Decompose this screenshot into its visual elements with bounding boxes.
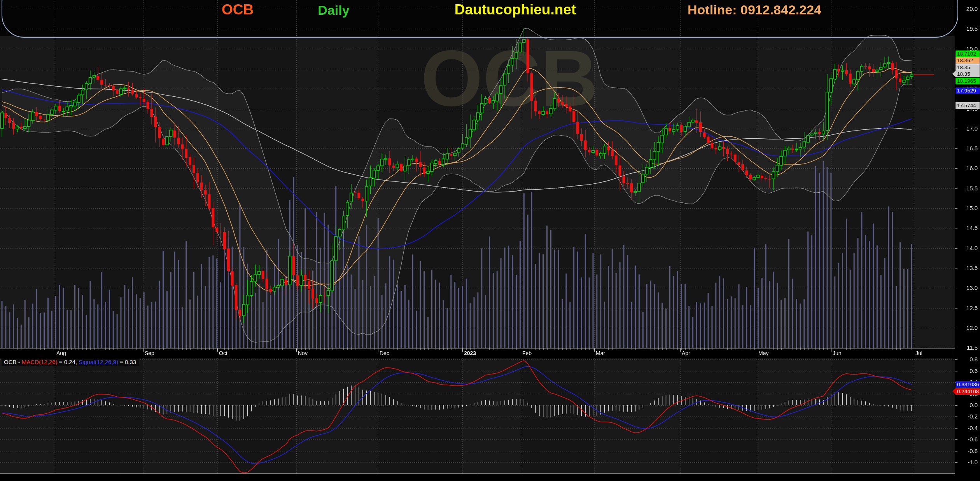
month-axis-label: Jun xyxy=(833,350,842,356)
macd-label-part: MACD(12,26) xyxy=(22,359,58,365)
macd-axis-tick-label: -0.2 xyxy=(958,413,978,420)
price-chart-canvas[interactable] xyxy=(0,0,980,481)
macd-axis-tick-label: 0.0 xyxy=(958,402,978,408)
month-axis-label: May xyxy=(758,350,768,356)
month-axis-label: Oct xyxy=(219,350,228,356)
macd-label-part: Signal(12,26,9) xyxy=(79,359,118,365)
macd-indicator-label: OCB - MACD(12,26) = 0.24, Signal(12,26,9… xyxy=(2,358,139,366)
macd-axis-tick-label: 0.8 xyxy=(958,356,978,362)
macd-label-part: = 0.24, xyxy=(58,359,79,365)
macd-axis-tick-label: -0.4 xyxy=(958,425,978,431)
price-value-box: 18.1965 xyxy=(956,78,980,84)
month-axis-label: Dec xyxy=(380,350,389,356)
price-axis-tick-label: 15.0 xyxy=(958,205,978,211)
month-axis-label: Jul xyxy=(915,350,922,356)
price-axis-tick-label: 14.0 xyxy=(958,245,978,251)
price-axis-tick-label: 12.0 xyxy=(958,324,978,331)
price-value-box: 18.7102 xyxy=(956,51,980,57)
month-axis-label: 2023 xyxy=(464,350,476,356)
price-value-box: 18.35 xyxy=(956,71,980,77)
price-value-box: 17.5744 xyxy=(956,102,980,109)
price-axis-tick-label: 16.0 xyxy=(958,165,978,171)
price-value-box: 17.9529 xyxy=(956,87,980,94)
timeframe-label: Daily xyxy=(318,3,349,18)
price-axis-tick-label: 13.0 xyxy=(958,284,978,291)
macd-axis-tick-label: -0.6 xyxy=(958,436,978,443)
site-title: Dautucophieu.net xyxy=(455,2,576,18)
price-value-box: 18.35 xyxy=(956,64,980,71)
month-axis-label: Aug xyxy=(56,350,66,356)
price-axis-tick-label: 14.5 xyxy=(958,225,978,231)
price-value-box: 18.362 xyxy=(956,57,980,64)
hotline-label: Hotline: 0912.842.224 xyxy=(688,2,821,17)
chart-window: OCB Daily Dautucophieu.net Hotline: 0912… xyxy=(0,0,980,481)
month-axis-label: Sep xyxy=(145,350,154,356)
price-axis-tick-label: 12.5 xyxy=(958,305,978,311)
price-axis-tick-label: 17.0 xyxy=(958,125,978,132)
month-axis-label: Mar xyxy=(596,350,605,356)
price-pointer-arrow xyxy=(952,71,956,77)
macd-axis-tick-label: -0.8 xyxy=(958,448,978,454)
symbol-label: OCB xyxy=(222,2,254,18)
price-axis-tick-label: 15.5 xyxy=(958,185,978,192)
price-axis-tick-label: 19.5 xyxy=(958,25,978,32)
price-axis-tick-label: 13.5 xyxy=(958,265,978,271)
macd-axis-tick-label: -1.0 xyxy=(958,459,978,465)
month-axis-label: Apr xyxy=(682,350,690,356)
macd-label-part: OCB - xyxy=(4,359,22,365)
price-axis-tick-label: 20.0 xyxy=(958,5,978,12)
month-axis-label: Nov xyxy=(298,350,308,356)
month-axis-label: Feb xyxy=(522,350,532,356)
macd-value-box: 0.331036 xyxy=(956,381,980,388)
price-pointer-arrow xyxy=(952,388,956,394)
price-axis-tick-label: 11.5 xyxy=(958,344,978,351)
macd-value-box: 0.244108 xyxy=(956,388,980,395)
price-axis-tick-label: 16.5 xyxy=(958,145,978,152)
macd-axis-tick-label: 0.6 xyxy=(958,368,978,374)
macd-label-part: = 0.33 xyxy=(118,359,136,365)
